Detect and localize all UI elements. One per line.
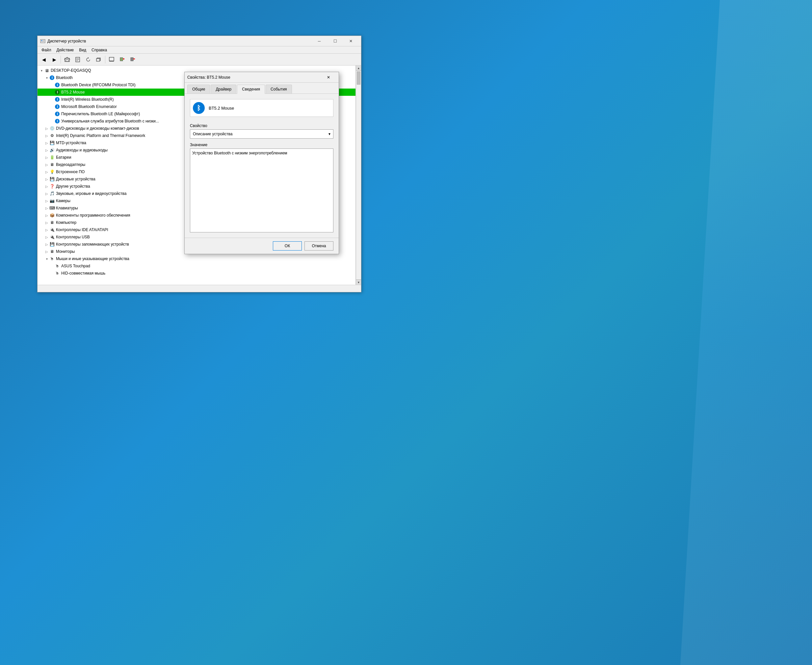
bluetooth-rfcomm-label: Bluetooth Device (RFCOMM Protocol TDI) bbox=[61, 83, 136, 87]
comp-icon: 🖥 bbox=[49, 220, 55, 225]
bluetooth-label: Bluetooth bbox=[56, 75, 73, 80]
mtd-label: MTD-устройства bbox=[56, 141, 86, 145]
ms-bt-icon: ᛒ bbox=[55, 104, 60, 109]
expand-firmware[interactable]: ▷ bbox=[44, 169, 49, 174]
menu-view[interactable]: Вид bbox=[76, 47, 89, 53]
mice-icon: 🖱 bbox=[49, 256, 55, 261]
new-window-button[interactable] bbox=[94, 55, 104, 64]
intel-bt-icon: ᛒ bbox=[55, 97, 60, 102]
minimize-button[interactable]: ─ bbox=[312, 36, 327, 46]
svg-rect-6 bbox=[66, 60, 69, 62]
expand-keyboards[interactable]: ▷ bbox=[44, 205, 49, 211]
property-select[interactable]: Описание устройства ▾ bbox=[190, 129, 334, 139]
firmware-label: Встроенное ПО bbox=[56, 170, 85, 174]
ok-button[interactable]: ОК bbox=[273, 241, 302, 251]
expand-disk[interactable]: ▷ bbox=[44, 177, 49, 182]
batteries-label: Батареи bbox=[56, 155, 71, 160]
expand-bluetooth[interactable]: ▾ bbox=[44, 75, 49, 80]
properties-button[interactable] bbox=[73, 55, 83, 64]
expand-video[interactable]: ▷ bbox=[44, 162, 49, 167]
dialog-footer: ОК Отмена bbox=[185, 238, 339, 254]
sound-label: Звуковые, игровые и видеоустройства bbox=[56, 191, 126, 196]
refresh-button[interactable] bbox=[83, 55, 93, 64]
toolbar-separator-2 bbox=[105, 56, 105, 64]
bt-universal-label: Универсальная служба атрибутов Bluetooth… bbox=[61, 119, 159, 123]
property-select-value: Описание устройства bbox=[193, 132, 232, 136]
add-button[interactable] bbox=[117, 55, 127, 64]
window-icon bbox=[40, 39, 46, 44]
expand-dvd[interactable]: ▷ bbox=[44, 126, 49, 131]
computer-name: DESKTOP-EQGASQQ bbox=[51, 68, 91, 73]
expand-sound[interactable]: ▷ bbox=[44, 191, 49, 196]
keyboard-icon: ⌨ bbox=[49, 205, 55, 211]
expand-intel[interactable]: ▷ bbox=[44, 133, 49, 138]
tab-details[interactable]: Сведения bbox=[237, 85, 265, 94]
disk-label: Дисковые устройства bbox=[56, 177, 95, 182]
touchpad-icon: 🖱 bbox=[55, 264, 60, 269]
mice-category[interactable]: ▾ 🖱 Мыши и иные указывающие устройства bbox=[38, 255, 355, 262]
menu-file[interactable]: Файл bbox=[39, 47, 54, 53]
dialog-close-button[interactable]: ✕ bbox=[321, 72, 336, 83]
menu-action[interactable]: Действие bbox=[54, 47, 77, 53]
menu-bar: Файл Действие Вид Справка bbox=[38, 46, 361, 54]
mice-label: Мыши и иные указывающие устройства bbox=[56, 256, 129, 261]
hid-icon: 🖱 bbox=[55, 270, 60, 276]
svg-rect-13 bbox=[109, 57, 114, 61]
dialog-body: ᛒ BT5.2 Mouse Свойство Описание устройст… bbox=[185, 94, 339, 238]
disk-icon: 💾 bbox=[49, 177, 55, 182]
expand-batteries[interactable]: ▷ bbox=[44, 155, 49, 160]
expand-cameras[interactable]: ▷ bbox=[44, 198, 49, 203]
expand-mtd[interactable]: ▷ bbox=[44, 140, 49, 146]
expand-audio[interactable]: ▷ bbox=[44, 147, 49, 153]
cancel-button[interactable]: Отмена bbox=[304, 241, 334, 251]
bt52-mouse-icon: ᛒ bbox=[55, 90, 60, 95]
property-select-arrow: ▾ bbox=[329, 132, 331, 136]
home-button[interactable] bbox=[62, 55, 72, 64]
expand-computer[interactable]: ▾ bbox=[39, 68, 44, 73]
remove-button[interactable] bbox=[128, 55, 138, 64]
bt-le-icon: ᛒ bbox=[55, 111, 60, 116]
svg-rect-15 bbox=[120, 57, 123, 61]
expand-storage[interactable]: ▷ bbox=[44, 242, 49, 247]
menu-help[interactable]: Справка bbox=[89, 47, 110, 53]
intel-label: Intel(R) Dynamic Platform and Thermal Fr… bbox=[56, 133, 145, 138]
value-content: Устройство Bluetooth с низким энергопотр… bbox=[192, 151, 287, 156]
dialog-title: Свойства: BT5.2 Mouse bbox=[187, 75, 321, 80]
video-label: Видеоадаптеры bbox=[56, 162, 85, 167]
storage-icon: 💾 bbox=[49, 242, 55, 247]
usb-label: Контроллеры USB bbox=[56, 235, 90, 239]
monitors-icon: 🖥 bbox=[49, 249, 55, 254]
maximize-button[interactable]: ☐ bbox=[327, 36, 343, 46]
svg-rect-4 bbox=[41, 41, 44, 42]
other-label: Другие устройства bbox=[56, 184, 90, 188]
asus-touchpad[interactable]: ▷ 🖱 ASUS Touchpad bbox=[38, 262, 355, 270]
expand-monitors[interactable]: ▷ bbox=[44, 249, 49, 254]
bluetooth-category-icon: ᛒ bbox=[49, 75, 55, 80]
window-title: Диспетчер устройств bbox=[47, 39, 312, 43]
keyboards-label: Клавиатуры bbox=[56, 206, 78, 210]
expand-mice[interactable]: ▾ bbox=[44, 256, 49, 261]
tree-scrollbar[interactable]: ▲ ▼ bbox=[356, 66, 361, 285]
dvd-icon: 💿 bbox=[49, 126, 55, 131]
expand-ide[interactable]: ▷ bbox=[44, 227, 49, 233]
svg-rect-1 bbox=[41, 40, 43, 41]
value-area[interactable]: Устройство Bluetooth с низким энергопотр… bbox=[190, 149, 334, 233]
ide-label: Контроллеры IDE ATA/ATAPI bbox=[56, 228, 108, 232]
expand-other[interactable]: ▷ bbox=[44, 184, 49, 189]
close-button[interactable]: ✕ bbox=[343, 36, 359, 46]
forward-button[interactable]: ▶ bbox=[49, 55, 59, 64]
intel-icon: ⚙ bbox=[49, 133, 55, 138]
touchpad-label: ASUS Touchpad bbox=[61, 264, 90, 268]
expand-comp[interactable]: ▷ bbox=[44, 220, 49, 225]
hid-mouse[interactable]: ▷ 🖱 HID-совместимая мышь bbox=[38, 270, 355, 277]
tab-events[interactable]: События bbox=[265, 85, 292, 93]
svg-rect-2 bbox=[43, 40, 44, 41]
back-button[interactable]: ◀ bbox=[39, 55, 49, 64]
expand-sw[interactable]: ▷ bbox=[44, 213, 49, 218]
expand-usb[interactable]: ▷ bbox=[44, 234, 49, 240]
firmware-icon: 💡 bbox=[49, 169, 55, 174]
tab-driver[interactable]: Драйвер bbox=[211, 85, 236, 93]
svg-rect-18 bbox=[131, 57, 133, 61]
show-hidden-button[interactable] bbox=[106, 55, 116, 64]
tab-general[interactable]: Общие bbox=[187, 85, 210, 93]
